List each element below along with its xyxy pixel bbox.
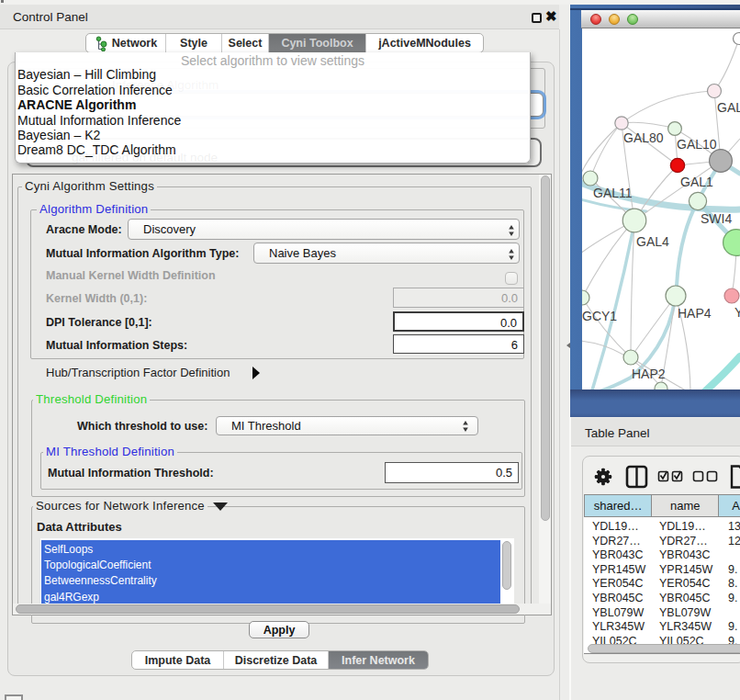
- svg-text:Y: Y: [734, 305, 740, 320]
- svg-text:GAL80: GAL80: [623, 130, 664, 145]
- svg-text:GAL: GAL: [717, 100, 740, 115]
- svg-text:GCY1: GCY1: [582, 309, 617, 323]
- svg-text:GAL10: GAL10: [677, 137, 717, 152]
- svg-text:GAL4: GAL4: [636, 234, 669, 249]
- svg-text:GAL11: GAL11: [593, 186, 633, 200]
- svg-text:HAP2: HAP2: [632, 367, 666, 381]
- svg-text:SWI4: SWI4: [701, 211, 732, 226]
- svg-text:HAP4: HAP4: [678, 306, 712, 321]
- svg-text:GAL1: GAL1: [680, 175, 713, 189]
